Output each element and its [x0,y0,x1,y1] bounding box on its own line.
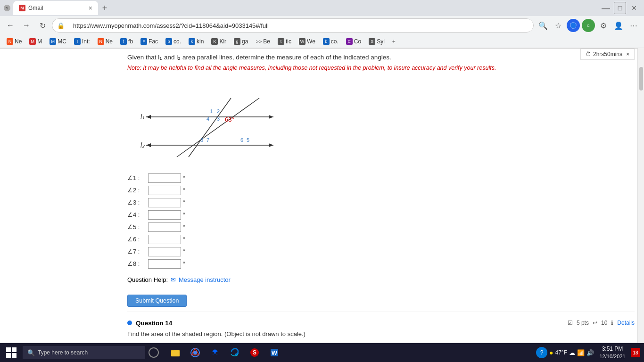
timer-close[interactable]: × [626,51,629,58]
lock-icon: 🔒 [57,22,65,29]
bookmark-int[interactable]: I Int: [71,37,93,46]
task-view-button[interactable] [145,343,162,362]
bookmark-ne1[interactable]: N Ne [4,37,25,46]
q14-title: Question 14 [127,320,172,327]
notification-badge[interactable]: 18 [631,348,640,357]
content-area: ⏱ 2hrs50mins × Given that l₁ and l₂ area… [0,49,644,344]
taskbar-edge[interactable] [225,343,244,362]
taskbar-search[interactable]: 🔍 Type here to search [23,346,145,359]
minimize-button[interactable]: — [600,2,612,14]
angle-7-input[interactable] [148,247,181,256]
bk-be-arrow: >> [256,39,262,44]
bk-kin-icon: k [189,38,195,45]
angle-7-row: ∠7 : ° [127,247,635,256]
bookmark-tic[interactable]: t tic [275,37,294,46]
windows-logo [6,347,17,358]
scrollbar-track[interactable] [637,48,644,343]
main-question-area: Given that l₁ and l₂ area parallel lines… [9,53,635,337]
angle-1-label: ∠1 : [127,174,146,181]
bookmark-co3[interactable]: C Co [343,37,364,46]
svg-text:1: 1 [210,108,213,114]
profile-icon[interactable]: 👤 [612,19,625,32]
angle-4-label: ∠4 : [127,211,146,218]
search-icon[interactable]: 🔍 [537,19,550,32]
bookmark-kin[interactable]: k kin [186,37,206,46]
search-icon: 🔍 [27,349,35,356]
angle-8-input[interactable] [148,259,181,269]
bookmark-m[interactable]: M M [26,37,45,46]
bookmark-kir[interactable]: K Kir [208,37,229,46]
angle-7-deg: ° [183,248,185,255]
q14-details[interactable]: Details [617,320,635,326]
envelope-icon: ✉ [171,276,176,283]
submit-question-button[interactable]: Submit Question [127,295,187,307]
angle-3-deg: ° [183,199,185,206]
bk-m-icon: M [29,38,36,45]
bookmark-fb[interactable]: f fb [117,37,136,46]
angle-5-input[interactable] [148,222,181,232]
svg-marker-8 [269,143,273,147]
bookmark-ne2[interactable]: N Ne [95,37,116,46]
tab-bar: M Gmail × + — □ × [0,0,644,16]
start-button[interactable] [0,343,23,362]
taskbar-word[interactable]: W [265,343,284,362]
angle-3-input[interactable] [148,198,181,207]
angle-8-deg: ° [183,261,185,267]
bookmark-mc[interactable]: M MC [47,37,69,46]
taskbar-file-explorer[interactable] [166,343,185,362]
angle-1-input[interactable] [148,173,181,183]
address-input[interactable] [67,19,528,32]
svg-marker-9 [146,143,151,147]
submit-container: Submit Question [127,289,635,307]
bookmark-ga[interactable]: g ga [231,37,251,46]
bookmark-syl[interactable]: S Syl [366,37,388,46]
bookmark-be[interactable]: >> Be [253,37,273,46]
shield-icon[interactable] [567,19,580,32]
tab-gmail[interactable]: M Gmail × [13,1,98,15]
tab-gmail-close[interactable]: × [89,5,92,11]
angle-2-input[interactable] [148,186,181,195]
message-instructor-link[interactable]: Message instructor [179,276,231,283]
taskbar-chrome[interactable] [186,343,205,362]
bookmark-fac[interactable]: F Fac [138,37,161,46]
forward-button[interactable]: → [20,19,33,32]
menu-icon[interactable]: ⋯ [627,19,640,32]
extension-icon[interactable]: C [582,19,595,32]
date-display: 12/10/2021 [596,353,629,360]
taskbar-spyder[interactable]: S [245,343,264,362]
angle-5-row: ∠5 : ° [127,222,635,232]
bookmark-we[interactable]: W We [296,37,318,46]
angle-4-input[interactable] [148,210,181,220]
bookmark-star-icon[interactable]: ☆ [552,19,565,32]
bk-ne1-icon: N [7,38,13,45]
svg-marker-5 [146,115,151,119]
back-button[interactable]: ← [4,19,17,32]
speaker-icon[interactable]: 🔊 [586,349,594,356]
taskbar: 🔍 Type here to search [0,343,644,362]
bk-fac-icon: F [140,38,147,45]
new-tab-button[interactable]: + [99,2,110,14]
scrollbar-thumb[interactable] [639,67,643,90]
bookmark-co2[interactable]: b co. [320,37,341,46]
svg-text:W: W [272,349,278,356]
angle-3-label: ∠3 : [127,199,146,206]
angle-7-label: ∠7 : [127,248,146,255]
angle-6-row: ∠6 : ° [127,235,635,244]
svg-text:6: 6 [240,137,243,143]
svg-text:l₁: l₁ [140,113,145,121]
close-button[interactable]: × [628,2,640,14]
angle-6-input[interactable] [148,235,181,244]
clock[interactable]: 3:51 PM 12/10/2021 [596,345,629,360]
help-icon[interactable]: ? [536,347,547,358]
window-icon[interactable] [4,5,10,11]
browser-chrome: M Gmail × + — □ × ← → ↻ 🔒 🔍 ☆ C ⚙ [0,0,644,49]
reload-button[interactable]: ↻ [36,19,49,32]
cortana-circle [149,347,159,358]
taskbar-dropbox[interactable] [206,343,224,362]
maximize-button[interactable]: □ [614,2,626,14]
bookmark-more[interactable]: + [389,37,398,46]
q14-header: Question 14 ☑ 5 pts ↩ 10 ℹ Details [127,320,635,327]
bookmark-co1[interactable]: b co. [163,37,184,46]
extensions-icon[interactable]: ⚙ [597,19,610,32]
angle-2-deg: ° [183,187,185,194]
